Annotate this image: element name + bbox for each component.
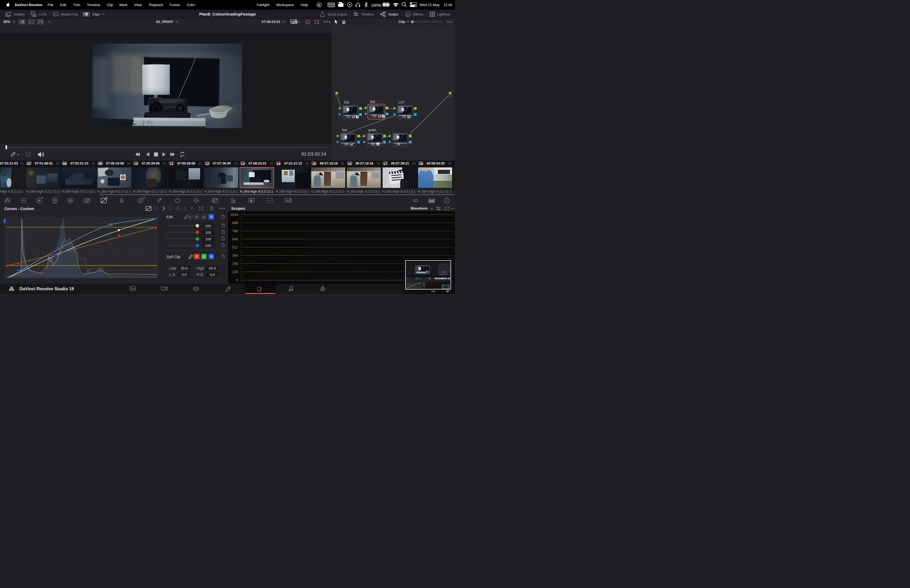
svg-text:LUT: LUT [398,100,405,104]
svg-text:01: 01 [346,115,350,118]
svg-text:1023: 1023 [426,283,428,283]
svg-text:grain: grain [369,128,376,132]
svg-text:HDR: HDR [53,202,57,204]
svg-text:256: 256 [232,262,238,266]
svg-text:896: 896 [232,221,238,225]
svg-text:HQ: HQ [293,21,296,24]
svg-text:06: 06 [396,142,400,146]
svg-text:fx: fx [407,13,409,16]
svg-text:384: 384 [232,254,238,257]
svg-text:768: 768 [232,229,238,233]
svg-text:128: 128 [232,270,238,274]
svg-text:04: 04 [344,142,348,146]
svg-text:3D: 3D [286,200,289,202]
svg-text:03: 03 [402,115,406,118]
svg-text:fx: fx [377,143,379,145]
svg-text:Bal: Bal [370,100,375,104]
svg-text:1023: 1023 [230,213,238,216]
svg-text:Sat: Sat [342,128,347,132]
svg-text:05: 05 [371,142,375,146]
svg-text:640: 640 [232,237,238,241]
svg-text:02: 02 [373,114,376,118]
svg-text:0: 0 [236,278,238,282]
svg-text:Bal: Bal [344,100,349,104]
svg-text:512: 512 [232,245,238,249]
